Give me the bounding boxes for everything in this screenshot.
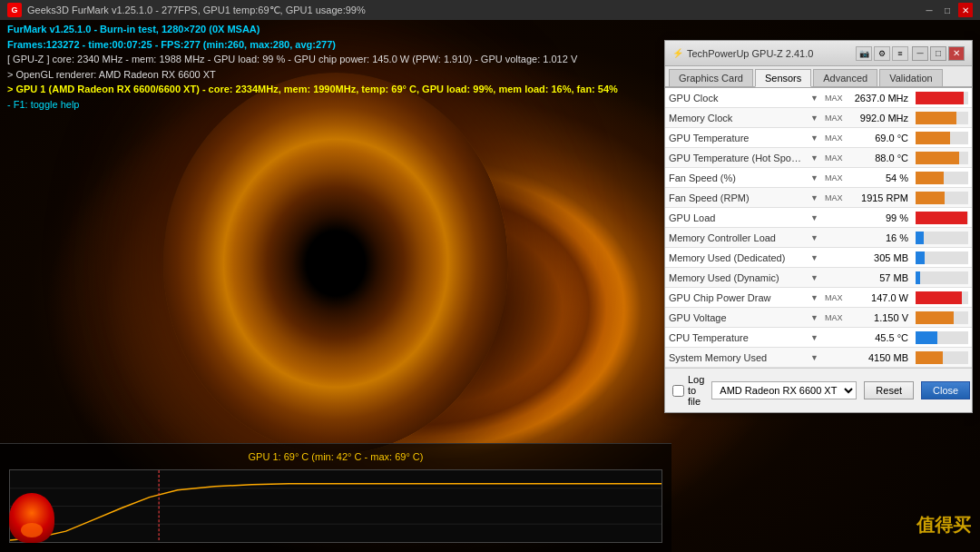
sensor-row: GPU Temperature (Hot Spo… ▼ MAX 88.0 °C (665, 148, 972, 168)
sensor-value: 99 % (848, 212, 912, 223)
sensor-bar (916, 92, 964, 104)
sensor-dropdown-icon[interactable]: ▼ (810, 153, 823, 163)
graph-label: GPU 1: 69° C (min: 42° C - max: 69° C) (249, 451, 424, 462)
sensor-dropdown-icon[interactable]: ▼ (810, 253, 823, 262)
gpuz-window-controls: ─ □ ✕ (912, 46, 965, 61)
gpuz-window: ⚡ TechPowerUp GPU-Z 2.41.0 📷 ⚙ ≡ ─ □ ✕ G… (664, 40, 973, 413)
tab-advanced[interactable]: Advanced (813, 69, 877, 86)
sensor-dropdown-icon[interactable]: ▼ (810, 213, 823, 222)
sensor-dropdown-icon[interactable]: ▼ (810, 173, 823, 182)
furmark-line3: [ GPU-Z ] core: 2340 MHz - mem: 1988 MHz… (7, 52, 618, 67)
furmark-bottom-logo (9, 493, 54, 543)
furmark-minimize-button[interactable]: ─ (922, 3, 936, 17)
sensor-row: Memory Controller Load ▼ 16 % (665, 228, 972, 248)
sensor-value: 45.5 °C (848, 332, 912, 343)
sensor-dropdown-icon[interactable]: ▼ (810, 333, 823, 342)
furmark-line2: Frames:123272 - time:00:07:25 - FPS:277 … (7, 37, 618, 53)
sensor-name: GPU Voltage (665, 312, 810, 323)
watermark: 值得买 (799, 498, 980, 552)
sensor-dropdown-icon[interactable]: ▼ (810, 353, 823, 362)
gpuz-titlebar: ⚡ TechPowerUp GPU-Z 2.41.0 📷 ⚙ ≡ ─ □ ✕ (665, 41, 972, 66)
sensor-row: Memory Clock ▼ MAX 992.0 MHz (665, 108, 972, 128)
close-button[interactable]: Close (921, 381, 970, 399)
gpuz-close-button[interactable]: ✕ (948, 46, 965, 61)
sensor-row: GPU Temperature ▼ MAX 69.0 °C (665, 128, 972, 148)
sensor-max-badge: MAX (823, 94, 848, 103)
log-checkbox-input[interactable] (672, 385, 684, 397)
gpuz-title: TechPowerUp GPU-Z 2.41.0 (687, 48, 856, 59)
temperature-graph-svg (10, 470, 662, 542)
sensor-value: 992.0 MHz (848, 113, 912, 123)
tab-graphics-card[interactable]: Graphics Card (669, 69, 753, 86)
gpuz-maximize-button[interactable]: □ (930, 46, 946, 61)
sensor-value: 305 MB (848, 252, 912, 263)
sensor-name: Memory Controller Load (665, 232, 810, 243)
sensor-value: 1915 RPM (848, 192, 912, 203)
watermark-text: 值得买 (916, 513, 971, 537)
tab-validation[interactable]: Validation (879, 69, 943, 86)
sensor-dropdown-icon[interactable]: ▼ (810, 233, 823, 242)
sensor-bar (916, 232, 924, 244)
sensor-dropdown-icon[interactable]: ▼ (810, 193, 823, 202)
sensor-value: 69.0 °C (848, 133, 912, 143)
sensor-row: Memory Used (Dynamic) ▼ 57 MB (665, 268, 972, 288)
sensor-value: 16 % (848, 232, 912, 243)
sensor-bar-container (916, 331, 968, 344)
furmark-close-button[interactable]: ✕ (958, 3, 973, 17)
sensor-row: Fan Speed (RPM) ▼ MAX 1915 RPM (665, 188, 972, 208)
sensor-dropdown-icon[interactable]: ▼ (810, 133, 823, 143)
sensor-bar (916, 311, 954, 324)
sensor-dropdown-icon[interactable]: ▼ (810, 113, 823, 123)
sensor-dropdown-icon[interactable]: ▼ (810, 313, 823, 322)
sensor-value: 147.0 W (848, 292, 912, 303)
sensor-row: GPU Chip Power Draw ▼ MAX 147.0 W (665, 288, 972, 308)
furmark-titlebar: G Geeks3D FurMark v1.25.1.0 - 277FPS, GP… (0, 0, 980, 20)
sensor-bar-container (916, 92, 968, 104)
sensor-max-badge: MAX (823, 193, 848, 202)
sensor-name: Memory Used (Dedicated) (665, 252, 810, 263)
sensor-max-badge: MAX (823, 153, 848, 163)
sensor-name: GPU Clock (665, 93, 810, 104)
sensor-name: GPU Load (665, 212, 810, 223)
furmark-maximize-button[interactable]: □ (940, 3, 955, 17)
svg-point-4 (21, 523, 43, 537)
reset-button[interactable]: Reset (864, 381, 914, 399)
gpuz-tabs: Graphics Card Sensors Advanced Validatio… (665, 66, 972, 88)
sensor-name: Memory Clock (665, 113, 810, 123)
sensor-name: GPU Temperature (Hot Spo… (665, 153, 810, 163)
sensor-value: 54 % (848, 172, 912, 183)
sensor-bar (916, 331, 937, 344)
sensor-row: GPU Clock ▼ MAX 2637.0 MHz (665, 88, 972, 108)
sensor-bar-container (916, 271, 968, 284)
furmark-title: Geeks3D FurMark v1.25.1.0 - 277FPS, GPU1… (27, 5, 366, 16)
sensor-bar (916, 212, 967, 224)
sensor-dropdown-icon[interactable]: ▼ (810, 293, 823, 302)
sensor-max-badge: MAX (823, 313, 848, 322)
gpuz-logo-text: ⚡ (672, 48, 683, 58)
gpuz-menu-icon[interactable]: ≡ (892, 46, 908, 61)
sensor-bar (916, 172, 944, 184)
sensor-dropdown-icon[interactable]: ▼ (810, 94, 823, 103)
log-to-file-checkbox[interactable]: Log to file (672, 374, 704, 407)
sensor-bar-container (916, 152, 968, 164)
sensor-bar-container (916, 132, 968, 144)
sensor-max-badge: MAX (823, 293, 848, 302)
gpu-selector[interactable]: AMD Radeon RX 6600 XT (711, 381, 857, 399)
gpuz-minimize-button[interactable]: ─ (912, 46, 928, 61)
sensor-bar (916, 192, 945, 204)
sensor-value: 4150 MB (848, 352, 912, 363)
sensor-row: GPU Voltage ▼ MAX 1.150 V (665, 308, 972, 328)
sensor-name: Fan Speed (RPM) (665, 192, 810, 203)
sensor-dropdown-icon[interactable]: ▼ (810, 273, 823, 282)
sensor-row: Memory Used (Dedicated) ▼ 305 MB (665, 248, 972, 268)
sensor-bar (916, 132, 950, 144)
sensor-row: GPU Load ▼ 99 % (665, 208, 972, 228)
sensor-row: Fan Speed (%) ▼ MAX 54 % (665, 168, 972, 188)
gpuz-camera-icon[interactable]: 📷 (856, 46, 872, 61)
sensor-max-badge: MAX (823, 113, 848, 123)
sensor-bar (916, 251, 925, 264)
gpuz-settings-icon[interactable]: ⚙ (874, 46, 890, 61)
tab-sensors[interactable]: Sensors (755, 69, 811, 87)
sensor-bar-container (916, 172, 968, 184)
sensor-bar (916, 112, 956, 124)
